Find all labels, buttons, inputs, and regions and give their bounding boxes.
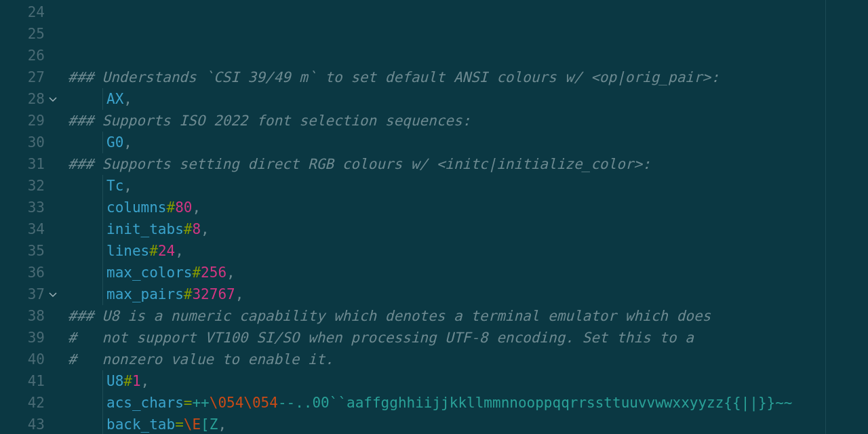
token: = xyxy=(175,414,184,434)
code-line[interactable]: Tc, xyxy=(68,175,868,197)
gutter-row: 43 xyxy=(0,414,68,434)
token: Tc xyxy=(106,175,123,197)
line-number: 40 xyxy=(0,349,47,370)
code-line[interactable]: acs_chars=++\054\054--..00``aaffgghhiijj… xyxy=(68,392,868,414)
indent-guide xyxy=(102,218,103,240)
indent-guide xyxy=(102,240,103,262)
token: ### Supports setting direct RGB colours … xyxy=(68,153,651,175)
indent-guide xyxy=(102,175,103,197)
token: acs_chars xyxy=(106,392,184,414)
token: # xyxy=(167,197,176,218)
code-line[interactable]: # not support VT100 SI/SO when processin… xyxy=(68,327,868,349)
token: 256 xyxy=(201,262,226,283)
line-number: 38 xyxy=(0,305,47,327)
gutter-row: 37 xyxy=(0,283,68,305)
code-line[interactable]: ### Understands `CSI 39/49 m` to set def… xyxy=(68,66,868,88)
token: 32767 xyxy=(192,283,235,305)
token: # not support VT100 SI/SO when processin… xyxy=(68,327,694,349)
gutter: 2425262728293031323334353637383940414243 xyxy=(0,0,68,434)
line-number: 32 xyxy=(0,175,47,197)
indent-guide xyxy=(102,283,103,305)
gutter-row: 31 xyxy=(0,153,68,175)
token: columns xyxy=(106,197,167,218)
token: 24 xyxy=(158,240,175,262)
gutter-row: 30 xyxy=(0,132,68,153)
line-number: 36 xyxy=(0,262,47,283)
code-line[interactable]: columns#80, xyxy=(68,197,868,218)
indent-guide xyxy=(102,197,103,218)
fold-chevron-icon[interactable] xyxy=(47,94,68,104)
token: \054\054 xyxy=(210,392,278,414)
gutter-row: 34 xyxy=(0,218,68,240)
token: # xyxy=(192,262,201,283)
line-number: 42 xyxy=(0,392,47,414)
code-line[interactable]: AX, xyxy=(68,88,868,110)
indent-guide xyxy=(102,132,103,153)
gutter-row: 32 xyxy=(0,175,68,197)
code-line[interactable]: ### Supports setting direct RGB colours … xyxy=(68,153,868,175)
line-number: 31 xyxy=(0,153,47,175)
token: [Z xyxy=(201,414,218,434)
token: # xyxy=(123,370,132,392)
token: , xyxy=(123,175,132,197)
indent-guide xyxy=(102,370,103,392)
token: AX xyxy=(106,88,123,110)
code-line[interactable]: max_colors#256, xyxy=(68,262,868,283)
code-area[interactable]: ### Understands `CSI 39/49 m` to set def… xyxy=(68,0,868,434)
token: , xyxy=(192,197,201,218)
code-line[interactable]: G0, xyxy=(68,132,868,153)
gutter-row: 40 xyxy=(0,349,68,370)
token: max_pairs xyxy=(106,283,184,305)
code-line[interactable]: U8#1, xyxy=(68,370,868,392)
gutter-row: 39 xyxy=(0,327,68,349)
line-number: 30 xyxy=(0,132,47,153)
line-number: 24 xyxy=(0,1,47,23)
gutter-row: 41 xyxy=(0,370,68,392)
gutter-row: 28 xyxy=(0,88,68,110)
token: , xyxy=(141,370,150,392)
code-editor[interactable]: 2425262728293031323334353637383940414243… xyxy=(0,0,868,434)
code-line[interactable]: lines#24, xyxy=(68,240,868,262)
token: back_tab xyxy=(106,414,175,434)
token: ### Understands `CSI 39/49 m` to set def… xyxy=(68,66,719,88)
line-number: 39 xyxy=(0,327,47,349)
code-line[interactable]: back_tab=\E[Z, xyxy=(68,414,868,434)
token: , xyxy=(218,414,226,434)
code-line[interactable]: ### Supports ISO 2022 font selection seq… xyxy=(68,110,868,132)
token: , xyxy=(123,88,132,110)
line-number: 43 xyxy=(0,414,47,434)
indent-guide xyxy=(102,262,103,283)
gutter-row: 24 xyxy=(0,1,68,23)
token: lines xyxy=(106,240,149,262)
code-line[interactable]: # nonzero value to enable it. xyxy=(68,349,868,370)
line-number: 29 xyxy=(0,110,47,132)
token: , xyxy=(226,262,235,283)
indent-guide xyxy=(102,88,103,110)
token: = xyxy=(184,392,193,414)
token: , xyxy=(175,240,184,262)
token: # xyxy=(184,218,193,240)
line-number: 27 xyxy=(0,66,47,88)
gutter-row: 25 xyxy=(0,23,68,45)
code-line[interactable]: max_pairs#32767, xyxy=(68,283,868,305)
line-number: 41 xyxy=(0,370,47,392)
gutter-row: 35 xyxy=(0,240,68,262)
fold-chevron-icon[interactable] xyxy=(47,289,68,300)
code-line[interactable]: init_tabs#8, xyxy=(68,218,868,240)
line-number: 35 xyxy=(0,240,47,262)
token: , xyxy=(235,283,244,305)
line-number: 33 xyxy=(0,197,47,218)
gutter-row: 38 xyxy=(0,305,68,327)
indent-guide xyxy=(102,392,103,414)
token: , xyxy=(123,132,132,153)
token: 1 xyxy=(132,370,141,392)
token: G0 xyxy=(106,132,123,153)
line-number: 25 xyxy=(0,23,47,45)
token: ### Supports ISO 2022 font selection seq… xyxy=(68,110,471,132)
gutter-row: 26 xyxy=(0,45,68,66)
token: init_tabs xyxy=(106,218,184,240)
gutter-row: 33 xyxy=(0,197,68,218)
line-number: 37 xyxy=(0,283,47,305)
code-line[interactable]: ### U8 is a numeric capability which den… xyxy=(68,305,868,327)
token: ### U8 is a numeric capability which den… xyxy=(68,305,711,327)
